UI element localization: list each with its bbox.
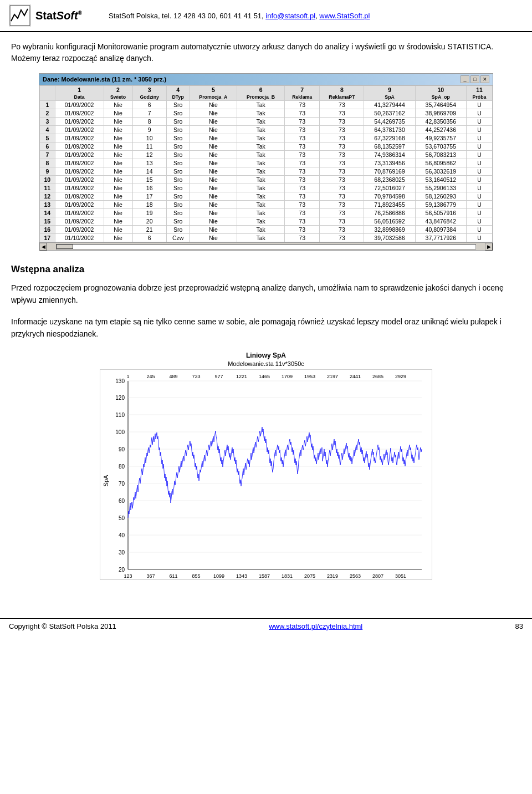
table-cell: Nie (104, 217, 132, 226)
table-cell: 73 (284, 209, 319, 217)
table-cell: 76,2586886 (364, 209, 415, 217)
table-cell: Tak (237, 226, 285, 234)
table-cell: Sro (166, 192, 190, 201)
table-cell: Tak (237, 118, 285, 126)
logo-area: StatSoft® (9, 4, 98, 27)
svg-text:2929: 2929 (395, 374, 406, 379)
table-cell: 16 (132, 184, 166, 192)
window-title: Dane: Modelowanie.sta (11 zm. * 3050 prz… (43, 76, 166, 83)
table-cell: Nie (104, 201, 132, 209)
table-cell: Nie (104, 151, 132, 159)
table-row: 201/09/2002Nie7SroNieTak737350,263716238… (40, 109, 493, 118)
window-titlebar: Dane: Modelowanie.sta (11 zm. * 3050 prz… (39, 74, 493, 85)
table-cell: 35,7464954 (415, 101, 466, 109)
svg-text:245: 245 (146, 374, 155, 379)
table-cell: Nie (104, 109, 132, 118)
table-cell: 20 (132, 217, 166, 226)
table-cell: Nie (190, 109, 237, 118)
col-header-11: 11Próba (466, 86, 492, 101)
table-cell: Nie (190, 101, 237, 109)
table-cell: 56,0516592 (364, 217, 415, 226)
svg-text:367: 367 (146, 573, 155, 579)
table-cell: U (466, 192, 492, 201)
col-header-9: 9SpA (364, 86, 415, 101)
table-cell: 73 (284, 234, 319, 242)
table-cell: 01/09/2002 (55, 226, 104, 234)
table-cell: 01/09/2002 (55, 217, 104, 226)
table-cell: 73 (320, 217, 364, 226)
table-cell: U (466, 184, 492, 192)
table-cell: 73 (320, 101, 364, 109)
email-link[interactable]: info@statsoft.pl (265, 12, 315, 20)
table-cell: 11 (132, 142, 166, 151)
table-cell: 56,5057916 (415, 209, 466, 217)
table-cell: 74,9386314 (364, 151, 415, 159)
scrollbar-track[interactable] (56, 244, 476, 250)
svg-text:1: 1 (126, 374, 129, 379)
table-cell: U (466, 159, 492, 167)
table-row: 801/09/2002Nie13SroNieTak737373,31394565… (40, 159, 493, 167)
svg-text:110: 110 (115, 412, 125, 418)
table-cell: U (466, 209, 492, 217)
table-cell: 01/09/2002 (55, 109, 104, 118)
table-row: 1301/09/2002Nie18SroNieTak737371,8923455… (40, 201, 493, 209)
svg-text:1831: 1831 (282, 573, 293, 579)
table-cell: Tak (237, 234, 285, 242)
line-chart-svg: SpA 20 30 40 50 60 70 80 (100, 369, 432, 580)
table-cell: Nie (104, 234, 132, 242)
table-cell: Sro (166, 109, 190, 118)
svg-text:50: 50 (119, 515, 125, 521)
table-cell: 73 (320, 209, 364, 217)
table-cell: 8 (132, 118, 166, 126)
table-cell: 73 (320, 234, 364, 242)
table-cell: 37,7717926 (415, 234, 466, 242)
svg-text:30: 30 (119, 549, 125, 556)
table-cell: Tak (237, 184, 285, 192)
table-cell: 73 (284, 226, 319, 234)
table-cell: 73 (320, 192, 364, 201)
close-button[interactable]: ✕ (480, 75, 489, 83)
table-cell: 73 (320, 109, 364, 118)
table-cell: 53,6703755 (415, 142, 466, 151)
table-cell: 73 (320, 118, 364, 126)
table-cell: Tak (237, 176, 285, 184)
y-axis-label: SpA (103, 475, 109, 486)
table-cell: Tak (237, 209, 285, 217)
svg-rect-0 (9, 4, 31, 27)
table-cell: Nie (104, 118, 132, 126)
table-cell: Nie (104, 159, 132, 167)
table-cell: 73 (320, 159, 364, 167)
scroll-left-button[interactable]: ◀ (39, 243, 47, 251)
table-cell: 6 (132, 101, 166, 109)
table-cell: 7 (132, 109, 166, 118)
table-cell: Nie (190, 201, 237, 209)
col-header-8: 8ReklamaPT (320, 86, 364, 101)
table-cell: 56,3032619 (415, 167, 466, 176)
table-cell: 73 (284, 184, 319, 192)
table-header-row: 1Data 2Swieto 3Godziny 4DTyp 5Promocja_A… (40, 86, 493, 101)
horizontal-scrollbar[interactable]: ◀ ▶ (39, 242, 493, 250)
table-cell: 73 (320, 151, 364, 159)
website-link[interactable]: www.StatSoft.pl (319, 12, 370, 20)
svg-text:1953: 1953 (304, 374, 315, 379)
svg-text:70: 70 (119, 481, 125, 487)
scrollbar-thumb[interactable] (57, 245, 73, 249)
table-cell: 73 (284, 109, 319, 118)
col-header-7: 7Reklama (284, 86, 319, 101)
table-cell: Nie (190, 209, 237, 217)
minimize-button[interactable]: _ (461, 75, 469, 83)
table-cell: 32,8998869 (364, 226, 415, 234)
table-cell: 73 (320, 184, 364, 192)
table-cell: 44,2527436 (415, 126, 466, 134)
table-cell: Nie (104, 176, 132, 184)
table-cell: 58,1260293 (415, 192, 466, 201)
table-cell: 01/09/2002 (55, 126, 104, 134)
table-cell: 12 (132, 151, 166, 159)
maximize-button[interactable]: □ (470, 75, 479, 83)
footer-link[interactable]: www.statsoft.pl/czytelnia.html (269, 622, 362, 630)
table-row: 301/09/2002Nie8SroNieTak737354,426973542… (40, 118, 493, 126)
table-cell: 73 (320, 126, 364, 134)
scroll-right-button[interactable]: ▶ (485, 243, 493, 251)
table-cell: Sro (166, 151, 190, 159)
section-heading: Wstępna analiza (11, 264, 521, 275)
